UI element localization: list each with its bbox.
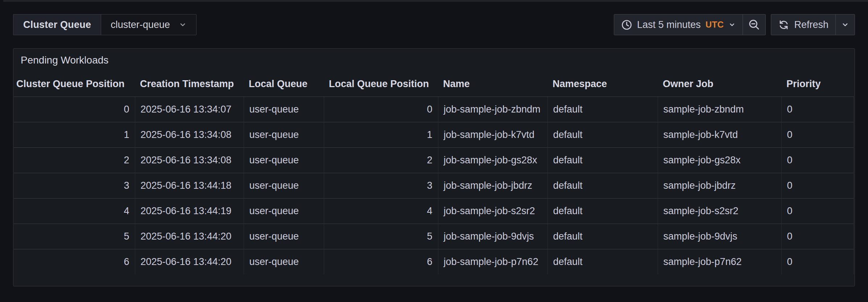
variable-value-dropdown[interactable]: cluster-queue — [101, 14, 197, 35]
cell-local-queue-position: 0 — [324, 97, 438, 122]
refresh-group: Refresh — [771, 14, 855, 35]
cell-cluster-queue-position: 5 — [14, 224, 135, 249]
magnifier-minus-icon — [748, 19, 760, 30]
refresh-label: Refresh — [794, 19, 828, 30]
cell-local-queue: user-queue — [244, 122, 324, 147]
cell-name: job-sample-job-gs28x — [438, 147, 547, 173]
cell-priority: 0 — [781, 147, 853, 173]
cell-creation-timestamp: 2025-06-16 13:44:20 — [135, 249, 244, 274]
column-header-owner-job[interactable]: Owner Job — [658, 72, 781, 97]
cell-cluster-queue-position: 3 — [14, 173, 135, 198]
cell-priority: 0 — [781, 122, 853, 147]
clock-icon — [621, 19, 632, 30]
table-row: 5 2025-06-16 13:44:20 user-queue 5 job-s… — [14, 224, 853, 249]
cell-owner-job: sample-job-9dvjs — [658, 224, 781, 249]
chevron-down-icon — [179, 21, 187, 29]
cell-cluster-queue-position: 1 — [14, 122, 135, 147]
cell-name: job-sample-job-p7n62 — [438, 249, 547, 274]
refresh-button[interactable]: Refresh — [771, 15, 835, 35]
cell-local-queue: user-queue — [244, 224, 324, 249]
cell-creation-timestamp: 2025-06-16 13:44:18 — [135, 173, 244, 198]
cell-name: job-sample-job-k7vtd — [438, 122, 547, 147]
cell-local-queue: user-queue — [244, 249, 324, 274]
cell-owner-job: sample-job-k7vtd — [658, 122, 781, 147]
cell-creation-timestamp: 2025-06-16 13:34:08 — [135, 122, 244, 147]
cell-local-queue-position: 6 — [324, 249, 438, 274]
cell-local-queue: user-queue — [244, 198, 324, 224]
cell-creation-timestamp: 2025-06-16 13:44:20 — [135, 224, 244, 249]
dashboard-toolbar: Cluster Queue cluster-queue Last 5 minut… — [13, 14, 855, 35]
cell-name: job-sample-job-jbdrz — [438, 173, 547, 198]
cell-creation-timestamp: 2025-06-16 13:44:19 — [135, 198, 244, 224]
panel-title: Pending Workloads — [13, 54, 855, 72]
cell-local-queue: user-queue — [244, 147, 324, 173]
table-row: 4 2025-06-16 13:44:19 user-queue 4 job-s… — [14, 198, 853, 224]
variable-picker: Cluster Queue cluster-queue — [13, 14, 197, 35]
cell-name: job-sample-job-s2sr2 — [438, 198, 547, 224]
cell-local-queue: user-queue — [244, 97, 324, 122]
cell-local-queue-position: 1 — [324, 122, 438, 147]
cell-owner-job: sample-job-p7n62 — [658, 249, 781, 274]
cell-local-queue: user-queue — [244, 173, 324, 198]
table-row: 2 2025-06-16 13:34:08 user-queue 2 job-s… — [14, 147, 853, 173]
table-row: 3 2025-06-16 13:44:18 user-queue 3 job-s… — [14, 173, 853, 198]
cell-cluster-queue-position: 4 — [14, 198, 135, 224]
cell-namespace: default — [547, 122, 658, 147]
cell-namespace: default — [547, 97, 658, 122]
cell-creation-timestamp: 2025-06-16 13:34:08 — [135, 147, 244, 173]
refresh-interval-dropdown[interactable] — [835, 15, 855, 35]
table-row: 1 2025-06-16 13:34:08 user-queue 1 job-s… — [14, 122, 853, 147]
cell-namespace: default — [547, 173, 658, 198]
time-range-button[interactable]: Last 5 minutes UTC — [614, 15, 743, 35]
cell-namespace: default — [547, 249, 658, 274]
cell-local-queue-position: 4 — [324, 198, 438, 224]
cell-cluster-queue-position: 2 — [14, 147, 135, 173]
chevron-down-icon — [728, 21, 736, 28]
table-row: 6 2025-06-16 13:44:20 user-queue 6 job-s… — [14, 249, 853, 274]
time-range-label: Last 5 minutes — [637, 19, 701, 30]
column-header-local-queue-position[interactable]: Local Queue Position — [324, 72, 438, 97]
cell-name: job-sample-job-zbndm — [438, 97, 547, 122]
cell-local-queue-position: 3 — [324, 173, 438, 198]
cell-namespace: default — [547, 198, 658, 224]
cell-priority: 0 — [781, 249, 853, 274]
cell-namespace: default — [547, 224, 658, 249]
column-header-creation-timestamp[interactable]: Creation Timestamp — [135, 72, 244, 97]
cell-local-queue-position: 5 — [324, 224, 438, 249]
cell-name: job-sample-job-9dvjs — [438, 224, 547, 249]
column-header-name[interactable]: Name — [438, 72, 547, 97]
column-header-local-queue[interactable]: Local Queue — [244, 72, 324, 97]
cell-priority: 0 — [781, 97, 853, 122]
chevron-down-icon — [841, 21, 849, 29]
variable-selected-value: cluster-queue — [111, 19, 170, 30]
pending-workloads-table: Cluster Queue Position Creation Timestam… — [14, 72, 854, 274]
cell-cluster-queue-position: 6 — [14, 249, 135, 274]
table-row: 0 2025-06-16 13:34:07 user-queue 0 job-s… — [14, 97, 853, 122]
time-controls: Last 5 minutes UTC — [614, 14, 855, 35]
cell-cluster-queue-position: 0 — [14, 97, 135, 122]
cell-priority: 0 — [781, 198, 853, 224]
time-range-group: Last 5 minutes UTC — [614, 14, 766, 35]
cell-local-queue-position: 2 — [324, 147, 438, 173]
cell-owner-job: sample-job-zbndm — [658, 97, 781, 122]
column-header-priority[interactable]: Priority — [781, 72, 853, 97]
table-header-row: Cluster Queue Position Creation Timestam… — [14, 72, 853, 97]
cell-namespace: default — [547, 147, 658, 173]
cell-owner-job: sample-job-s2sr2 — [658, 198, 781, 224]
variable-label: Cluster Queue — [13, 14, 101, 35]
window-top-divider — [3, 0, 868, 2]
cell-owner-job: sample-job-jbdrz — [658, 173, 781, 198]
column-header-namespace[interactable]: Namespace — [547, 72, 658, 97]
zoom-out-button[interactable] — [743, 15, 765, 35]
column-header-cluster-queue-position[interactable]: Cluster Queue Position — [14, 72, 135, 97]
cell-creation-timestamp: 2025-06-16 13:34:07 — [135, 97, 244, 122]
cell-priority: 0 — [781, 224, 853, 249]
cell-owner-job: sample-job-gs28x — [658, 147, 781, 173]
timezone-badge: UTC — [706, 20, 724, 30]
sync-icon — [778, 19, 789, 30]
pending-workloads-panel: Pending Workloads Cluster Queue Position… — [13, 48, 855, 286]
cell-priority: 0 — [781, 173, 853, 198]
